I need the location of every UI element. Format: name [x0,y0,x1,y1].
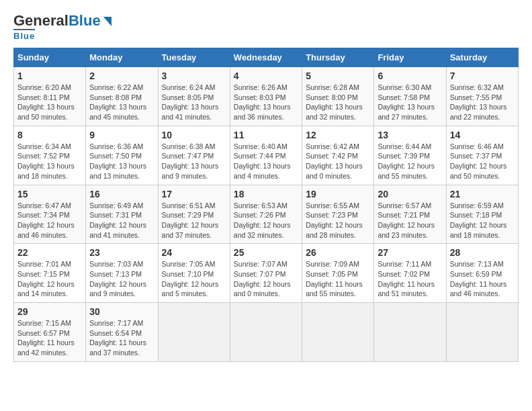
day-info: Sunrise: 6:51 AM Sunset: 7:29 PM Dayligh… [162,201,226,240]
col-header-saturday: Saturday [446,48,518,67]
day-info: Sunrise: 7:03 AM Sunset: 7:13 PM Dayligh… [89,259,154,299]
calendar-cell: 1Sunrise: 6:20 AM Sunset: 8:11 PM Daylig… [14,67,86,126]
day-number: 6 [378,71,442,81]
logo-arrow-icon [103,17,112,26]
calendar-cell: 24Sunrise: 7:05 AM Sunset: 7:10 PM Dayli… [158,244,230,303]
calendar-cell: 2Sunrise: 6:22 AM Sunset: 8:08 PM Daylig… [86,67,158,126]
calendar-cell: 10Sunrise: 6:38 AM Sunset: 7:47 PM Dayli… [158,126,230,185]
day-number: 17 [162,189,226,199]
day-number: 10 [162,130,226,140]
day-number: 3 [162,71,226,81]
day-number: 26 [306,247,370,258]
day-info: Sunrise: 6:57 AM Sunset: 7:21 PM Dayligh… [378,201,442,240]
day-number: 2 [89,71,154,81]
day-info: Sunrise: 6:55 AM Sunset: 7:23 PM Dayligh… [306,201,370,240]
calendar-header-row: SundayMondayTuesdayWednesdayThursdayFrid… [14,48,519,67]
day-number: 15 [17,189,82,199]
calendar-cell: 29Sunrise: 7:15 AM Sunset: 6:57 PM Dayli… [14,303,86,362]
calendar-week-4: 29Sunrise: 7:15 AM Sunset: 6:57 PM Dayli… [14,303,519,362]
day-info: Sunrise: 7:15 AM Sunset: 6:57 PM Dayligh… [17,318,82,358]
day-number: 29 [17,306,82,317]
calendar-cell: 17Sunrise: 6:51 AM Sunset: 7:29 PM Dayli… [158,185,230,244]
day-number: 16 [89,189,154,199]
day-info: Sunrise: 6:30 AM Sunset: 7:58 PM Dayligh… [378,83,442,122]
day-info: Sunrise: 7:13 AM Sunset: 6:59 PM Dayligh… [450,259,515,299]
day-number: 7 [450,71,515,81]
calendar-week-1: 8Sunrise: 6:34 AM Sunset: 7:52 PM Daylig… [14,126,519,185]
calendar-cell: 3Sunrise: 6:24 AM Sunset: 8:05 PM Daylig… [158,67,230,126]
day-info: Sunrise: 6:40 AM Sunset: 7:44 PM Dayligh… [234,142,298,181]
calendar-cell: 27Sunrise: 7:11 AM Sunset: 7:02 PM Dayli… [374,244,446,303]
col-header-monday: Monday [86,48,158,67]
day-info: Sunrise: 6:53 AM Sunset: 7:26 PM Dayligh… [234,201,298,240]
day-number: 11 [234,130,298,140]
day-info: Sunrise: 6:46 AM Sunset: 7:37 PM Dayligh… [450,142,515,181]
calendar-week-3: 22Sunrise: 7:01 AM Sunset: 7:15 PM Dayli… [14,244,519,303]
day-number: 19 [306,189,370,199]
logo-sub: Blue [13,29,35,41]
day-info: Sunrise: 6:24 AM Sunset: 8:05 PM Dayligh… [162,83,226,122]
calendar-table: SundayMondayTuesdayWednesdayThursdayFrid… [13,48,519,362]
day-number: 22 [17,247,82,258]
calendar-cell: 8Sunrise: 6:34 AM Sunset: 7:52 PM Daylig… [14,126,86,185]
col-header-wednesday: Wednesday [230,48,302,67]
calendar-cell: 5Sunrise: 6:28 AM Sunset: 8:00 PM Daylig… [302,67,374,126]
day-number: 1 [17,71,82,81]
calendar-cell: 16Sunrise: 6:49 AM Sunset: 7:31 PM Dayli… [86,185,158,244]
calendar-cell: 6Sunrise: 6:30 AM Sunset: 7:58 PM Daylig… [374,67,446,126]
calendar-cell [374,303,446,362]
day-number: 25 [234,247,298,258]
calendar-cell: 20Sunrise: 6:57 AM Sunset: 7:21 PM Dayli… [374,185,446,244]
col-header-thursday: Thursday [302,48,374,67]
col-header-friday: Friday [374,48,446,67]
calendar-cell: 15Sunrise: 6:47 AM Sunset: 7:34 PM Dayli… [14,185,86,244]
calendar-cell [302,303,374,362]
calendar-cell [230,303,302,362]
day-info: Sunrise: 7:17 AM Sunset: 6:54 PM Dayligh… [89,318,154,358]
day-number: 30 [89,306,154,317]
calendar-cell: 21Sunrise: 6:59 AM Sunset: 7:18 PM Dayli… [446,185,518,244]
day-info: Sunrise: 7:07 AM Sunset: 7:07 PM Dayligh… [234,259,298,299]
day-info: Sunrise: 7:05 AM Sunset: 7:10 PM Dayligh… [162,259,226,299]
calendar-cell: 26Sunrise: 7:09 AM Sunset: 7:05 PM Dayli… [302,244,374,303]
day-number: 9 [89,130,154,140]
page-header: GeneralBlue Blue [13,13,519,41]
day-info: Sunrise: 6:32 AM Sunset: 7:55 PM Dayligh… [450,83,515,122]
logo: GeneralBlue Blue [13,13,112,41]
day-number: 4 [234,71,298,81]
day-number: 5 [306,71,370,81]
day-info: Sunrise: 7:01 AM Sunset: 7:15 PM Dayligh… [17,259,82,299]
day-info: Sunrise: 6:28 AM Sunset: 8:00 PM Dayligh… [306,83,370,122]
calendar-cell [158,303,230,362]
day-number: 23 [89,247,154,258]
calendar-cell: 30Sunrise: 7:17 AM Sunset: 6:54 PM Dayli… [86,303,158,362]
calendar-cell: 18Sunrise: 6:53 AM Sunset: 7:26 PM Dayli… [230,185,302,244]
day-info: Sunrise: 6:34 AM Sunset: 7:52 PM Dayligh… [17,142,82,181]
calendar-cell: 12Sunrise: 6:42 AM Sunset: 7:42 PM Dayli… [302,126,374,185]
day-info: Sunrise: 6:47 AM Sunset: 7:34 PM Dayligh… [17,201,82,240]
day-number: 18 [234,189,298,199]
day-info: Sunrise: 6:42 AM Sunset: 7:42 PM Dayligh… [306,142,370,181]
calendar-cell: 14Sunrise: 6:46 AM Sunset: 7:37 PM Dayli… [446,126,518,185]
day-info: Sunrise: 6:38 AM Sunset: 7:47 PM Dayligh… [162,142,226,181]
calendar-cell: 28Sunrise: 7:13 AM Sunset: 6:59 PM Dayli… [446,244,518,303]
col-header-tuesday: Tuesday [158,48,230,67]
calendar-week-0: 1Sunrise: 6:20 AM Sunset: 8:11 PM Daylig… [14,67,519,126]
calendar-cell: 19Sunrise: 6:55 AM Sunset: 7:23 PM Dayli… [302,185,374,244]
calendar-week-2: 15Sunrise: 6:47 AM Sunset: 7:34 PM Dayli… [14,185,519,244]
day-number: 27 [378,247,442,258]
calendar-cell [446,303,518,362]
calendar-cell: 13Sunrise: 6:44 AM Sunset: 7:39 PM Dayli… [374,126,446,185]
calendar-cell: 7Sunrise: 6:32 AM Sunset: 7:55 PM Daylig… [446,67,518,126]
day-info: Sunrise: 6:49 AM Sunset: 7:31 PM Dayligh… [89,201,154,240]
day-number: 14 [450,130,515,140]
calendar-cell: 22Sunrise: 7:01 AM Sunset: 7:15 PM Dayli… [14,244,86,303]
day-number: 21 [450,189,515,199]
calendar-cell: 23Sunrise: 7:03 AM Sunset: 7:13 PM Dayli… [86,244,158,303]
day-info: Sunrise: 7:11 AM Sunset: 7:02 PM Dayligh… [378,259,442,299]
day-number: 8 [17,130,82,140]
calendar-cell: 9Sunrise: 6:36 AM Sunset: 7:50 PM Daylig… [86,126,158,185]
day-number: 12 [306,130,370,140]
day-number: 24 [162,247,226,258]
day-info: Sunrise: 6:26 AM Sunset: 8:03 PM Dayligh… [234,83,298,122]
